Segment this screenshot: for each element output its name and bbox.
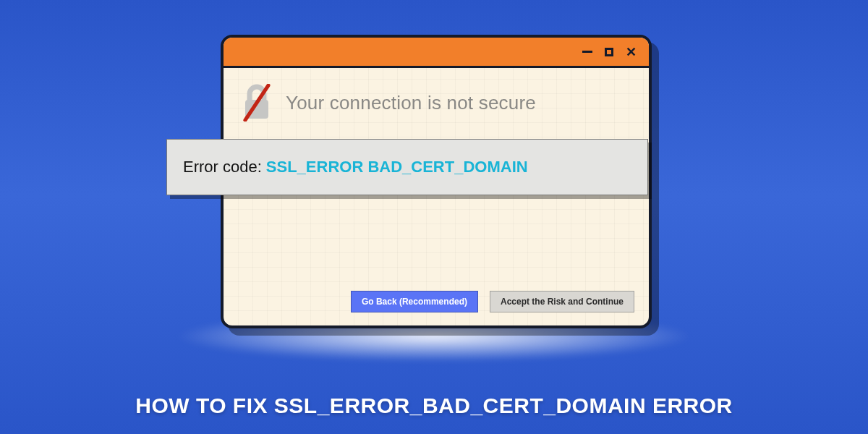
- window-titlebar: ✕: [224, 38, 649, 68]
- error-code-value: SSL_ERROR BAD_CERT_DOMAIN: [266, 158, 528, 176]
- minimize-button[interactable]: [581, 46, 594, 59]
- maximize-button[interactable]: [603, 46, 616, 59]
- close-button[interactable]: ✕: [624, 46, 637, 59]
- action-row: Go Back (Recommended) Accept the Risk an…: [351, 291, 634, 312]
- warning-heading: Your connection is not secure: [286, 92, 536, 114]
- minimize-icon: [582, 51, 592, 53]
- accept-risk-button[interactable]: Accept the Risk and Continue: [490, 291, 634, 312]
- lock-insecure-icon: [241, 84, 273, 122]
- maximize-icon: [605, 48, 613, 56]
- go-back-button[interactable]: Go Back (Recommended): [351, 291, 478, 312]
- window-content: Your connection is not secure Go Back (R…: [224, 68, 649, 326]
- error-code-label: Error code:: [183, 158, 262, 176]
- close-icon: ✕: [626, 46, 637, 59]
- warning-heading-row: Your connection is not secure: [241, 84, 536, 122]
- page-title: HOW TO FIX SSL_ERROR_BAD_CERT_DOMAIN ERR…: [0, 393, 868, 418]
- error-code-banner: Error code: SSL_ERROR BAD_CERT_DOMAIN: [166, 139, 648, 195]
